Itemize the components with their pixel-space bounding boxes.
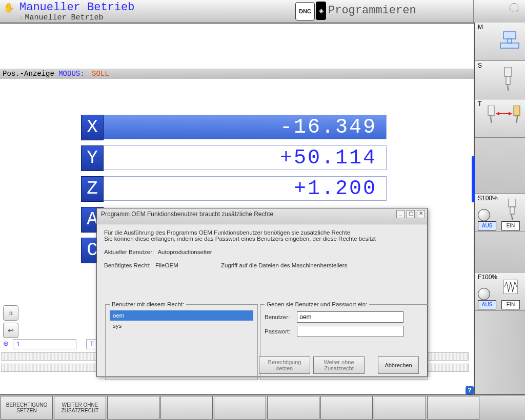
btn-cancel[interactable]: Abbrechen	[378, 356, 419, 374]
clock-icon	[510, 3, 519, 12]
right-s100-cell[interactable]: S100% AUS EIN	[475, 194, 525, 232]
svg-rect-13	[509, 199, 516, 207]
svg-marker-5	[507, 85, 509, 91]
svg-rect-4	[506, 76, 510, 85]
softkey-5[interactable]	[214, 396, 266, 419]
svg-marker-12	[509, 112, 512, 116]
home-icon[interactable]: ⌂	[19, 14, 23, 21]
svg-marker-15	[511, 214, 513, 220]
prog-mode-label[interactable]: Programmieren	[328, 4, 416, 17]
axis-label-z: Z	[81, 176, 104, 202]
help-icon[interactable]: ?	[466, 386, 474, 394]
axis-value-z: +1.200	[104, 176, 387, 201]
close-icon[interactable]: ✕	[417, 210, 425, 218]
dialog-body: Für die Ausführung des Programms OEM Fun…	[97, 224, 427, 372]
btn-skip-rights[interactable]: Weiter ohne Zusatzrecht	[313, 356, 365, 374]
user-list-item-oem[interactable]: oem	[110, 310, 253, 321]
svg-rect-8	[514, 106, 520, 116]
dialog-line2: Sie können diese erlangen, indem sie das…	[104, 236, 420, 242]
svg-marker-7	[490, 116, 492, 123]
axis-label-y: Y	[81, 145, 104, 171]
right-t-label: T	[478, 100, 481, 108]
dialog-titlebar[interactable]: Programm OEM Funktionsbenutzer braucht z…	[97, 208, 427, 224]
softkey-4[interactable]	[160, 396, 213, 419]
right-toolbar: M S T S100% AUS EIN F100	[474, 23, 525, 396]
softkey-2[interactable]: WEITER OHNE ZUSATZRECHT	[54, 396, 106, 419]
svg-rect-1	[500, 43, 519, 48]
target-icon: ⊕	[3, 340, 9, 347]
spindle-small-icon	[507, 199, 518, 222]
axis-row-x[interactable]: X-16.349	[81, 115, 391, 140]
override-knob-icon	[478, 288, 490, 300]
axis-label-x: X	[81, 115, 104, 140]
right-t-cell[interactable]: T	[475, 99, 525, 138]
right-spacer2	[475, 232, 525, 272]
feed-wave-icon	[503, 280, 518, 294]
status-prefix: Pos.-Anzeige	[3, 70, 58, 78]
status-line: Pos.-Anzeige MODUS: SOLL	[0, 69, 476, 79]
f-aus-button[interactable]: AUS	[478, 300, 496, 309]
right-f100-cell[interactable]: F100% AUS EIN	[475, 272, 525, 311]
tool-change-icon	[486, 106, 522, 131]
modus-value: SOLL	[92, 70, 109, 78]
right-s-cell[interactable]: S	[475, 61, 525, 99]
s-aus-button[interactable]: AUS	[478, 221, 496, 230]
user-list-legend: Benutzer mit diesem Recht:	[110, 301, 186, 307]
user-list-box: Benutzer mit diesem Recht: oem sys	[105, 301, 258, 380]
f100-label: F100%	[478, 274, 497, 281]
softkey-bar: BERECHTIGUNG SETZEN WEITER OHNE ZUSATZRE…	[0, 394, 525, 420]
header-bar: ✋ Manueller Betrieb ⌂ Manueller Betrieb …	[0, 0, 525, 24]
btn-set-rights[interactable]: Berechtigung setzen	[259, 356, 310, 374]
override-knob-icon	[478, 209, 490, 221]
svg-marker-9	[516, 116, 518, 123]
current-user-label: Aktueller Benutzer:	[104, 249, 154, 255]
modus-label: MODUS:	[58, 70, 84, 78]
dnc-button[interactable]: DNC	[295, 2, 315, 20]
axis-value-y: +50.114	[104, 145, 387, 170]
graphic-icon[interactable]: ↩	[3, 323, 18, 338]
softkey-1[interactable]: BERECHTIGUNG SETZEN	[1, 396, 53, 419]
svg-rect-0	[503, 32, 516, 39]
softkey-8[interactable]	[374, 396, 426, 419]
right-scroll-indicator[interactable]	[472, 156, 475, 202]
softkey-3[interactable]	[107, 396, 159, 419]
info-row: ⊕ 1 T 1	[3, 339, 106, 349]
right-value: FileOEM	[155, 262, 178, 268]
user-input[interactable]	[297, 311, 403, 323]
user-list-item-sys[interactable]: sys	[110, 321, 253, 331]
right-m-cell[interactable]: M	[475, 23, 525, 61]
dialog-line1: Für die Ausführung des Programms OEM Fun…	[104, 229, 420, 236]
axis-row-z[interactable]: Z+1.200	[81, 176, 391, 202]
right-spacer	[475, 138, 525, 194]
s-ein-button[interactable]: EIN	[501, 221, 520, 230]
s100-label: S100%	[478, 195, 498, 202]
svg-rect-6	[488, 106, 494, 116]
f-ein-button[interactable]: EIN	[501, 300, 520, 309]
spindle-icon	[501, 67, 515, 93]
credentials-legend: Geben sie Benutzer und Passwort ein:	[265, 301, 369, 307]
softkey-6[interactable]	[267, 396, 319, 419]
datum-field[interactable]: 1	[13, 339, 76, 349]
maximize-icon[interactable]: ▢	[407, 210, 415, 218]
right-m-label: M	[478, 24, 483, 31]
svg-rect-3	[504, 67, 512, 76]
hand-icon: ✋	[1, 1, 16, 14]
softkey-7[interactable]	[320, 396, 373, 419]
right-desc: Zugriff auf die Dateien des Maschinenher…	[221, 262, 348, 268]
minimize-icon[interactable]: _	[396, 210, 405, 218]
mode-title: Manueller Betrieb	[19, 1, 134, 14]
trace-icon[interactable]: ⌗	[3, 305, 18, 321]
right-label: Benötigtes Recht:	[104, 262, 151, 268]
password-input[interactable]	[297, 326, 403, 337]
softkey-9[interactable]	[427, 396, 479, 419]
svg-rect-14	[510, 207, 514, 214]
rights-dialog: Programm OEM Funktionsbenutzer braucht z…	[96, 208, 428, 377]
user-field-label: Benutzer:	[265, 314, 295, 320]
password-field-label: Passwort:	[265, 328, 295, 334]
axis-row-y[interactable]: Y+50.114	[81, 145, 391, 171]
axis-value-x: -16.349	[104, 115, 387, 139]
svg-rect-2	[508, 39, 512, 43]
current-user-value: Autoproductionsetter	[157, 249, 212, 255]
machine-icon	[499, 31, 520, 51]
dialog-title-text: Programm OEM Funktionsbenutzer braucht z…	[101, 211, 273, 218]
